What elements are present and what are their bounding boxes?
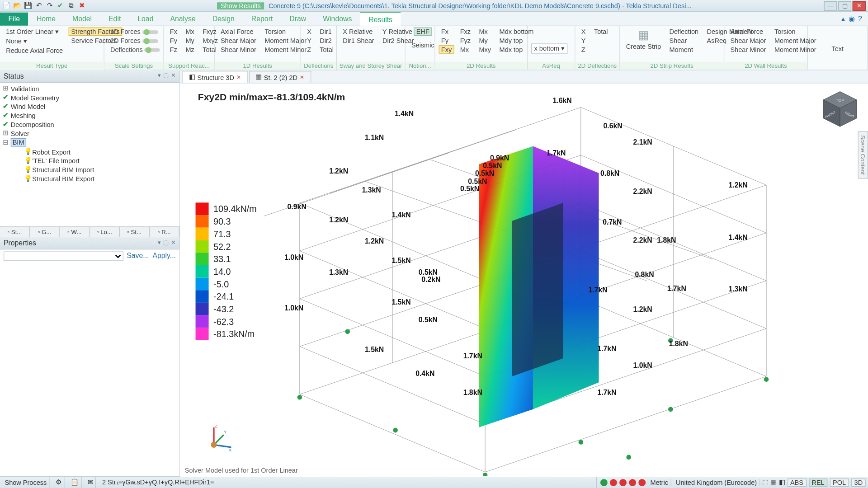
tree-node[interactable]: ⊞Solver <box>0 129 179 138</box>
close-tab-icon[interactable]: ✕ <box>236 74 241 80</box>
svg-point-16 <box>579 440 584 445</box>
panel-tab[interactable]: ▫ W... <box>60 227 90 237</box>
view-tab-3d[interactable]: ◧Structure 3D✕ <box>183 71 248 83</box>
tab-draw[interactable]: Draw <box>281 12 315 25</box>
ehf-button[interactable]: EHF <box>414 28 432 36</box>
canvas-3d[interactable]: Fxy2D min/max=-81.3/109.4kN/m <box>180 84 868 476</box>
ribbon-support-reactions: FxFyFz MxMyMz FxyzMxyzTotal Support Reac… <box>164 26 215 70</box>
structure-wireframe <box>180 84 868 476</box>
statusbar: Show Process ⚙ 📋 ✉ 2 Str₁=γGw,sD+γQ,I+γQ… <box>0 476 868 488</box>
panel-dropdown-icon[interactable]: ▾ <box>158 72 161 80</box>
save-icon[interactable]: 💾 <box>24 1 32 9</box>
status-err-icon <box>619 479 627 486</box>
sb-icon3[interactable]: ✉ <box>85 477 96 488</box>
save-button[interactable]: Save... <box>127 251 149 261</box>
scale-1d[interactable]: 1D Forces <box>108 28 163 36</box>
tab-windows[interactable]: Windows <box>315 12 360 25</box>
tree-node[interactable]: 💡Structural BIM Export <box>0 174 179 183</box>
tree-node[interactable]: ✔Meshing <box>0 111 179 120</box>
close-tab-icon[interactable]: ✕ <box>300 74 305 80</box>
status-tabs[interactable]: ▫ St...▫ G...▫ W...▫ Lo...▫ St...▫ R... <box>0 226 179 237</box>
units[interactable]: Metric <box>648 479 671 486</box>
panel-tab[interactable]: ▫ St... <box>120 227 150 237</box>
scene-content-button[interactable]: Scene Content <box>858 131 868 179</box>
maximize-button[interactable]: ▢ <box>838 1 851 10</box>
asreq-select[interactable]: x bottom ▾ <box>531 43 568 53</box>
properties-select[interactable] <box>4 251 123 261</box>
tab-edit[interactable]: Edit <box>100 12 129 25</box>
tree-node[interactable]: ⊟BIM <box>0 138 179 147</box>
ribbon-2d-strip: ▦Create Strip DeflectionShearMoment Desi… <box>620 26 724 70</box>
tab-analyse[interactable]: Analyse <box>162 12 204 25</box>
scale-defl[interactable]: Deflections <box>108 45 163 53</box>
mode-abs[interactable]: ABS <box>787 478 806 486</box>
prop-close-icon[interactable]: ✕ <box>171 239 176 247</box>
status-ok-icon <box>600 479 608 486</box>
check-icon[interactable]: ✔ <box>56 1 64 9</box>
loadcase-display[interactable]: 2 Str₁=γGw,sD+γQ,I+γQ,RI+EHFDir1= <box>100 477 597 488</box>
scale-2d[interactable]: 2D Forces <box>108 36 163 44</box>
ribbon-2d-deflections: XYZ Total 2D Deflections <box>576 26 620 70</box>
tab-design[interactable]: Design <box>204 12 243 25</box>
panel-tab[interactable]: ▫ G... <box>30 227 60 237</box>
tab-report[interactable]: Report <box>243 12 281 25</box>
svg-marker-12 <box>512 203 563 376</box>
sb-tool-icon[interactable]: ▦ <box>770 479 776 486</box>
fxy-active[interactable]: Fxy <box>439 45 454 53</box>
view-cube[interactable]: TOP FRONT RIGHT <box>819 88 861 130</box>
panel-tab[interactable]: ▫ R... <box>150 227 179 237</box>
region[interactable]: United Kingdom (Eurocode) <box>674 479 760 486</box>
help-up-icon[interactable]: ▴ <box>841 14 845 23</box>
none-select[interactable]: None ▾ <box>4 37 65 46</box>
new-icon[interactable]: 📄 <box>2 1 10 9</box>
apply-button[interactable]: Apply... <box>152 251 176 261</box>
tree-node[interactable]: 💡Structural BIM Import <box>0 165 179 174</box>
tab-model[interactable]: Model <box>64 12 100 25</box>
sb-icon2[interactable]: 📋 <box>68 477 82 488</box>
order-select[interactable]: 1st Order Linear ▾ <box>4 28 65 37</box>
help-icon[interactable]: ? <box>858 14 862 23</box>
panel-pin-icon[interactable]: ▢ <box>163 72 169 80</box>
minimize-button[interactable]: — <box>824 1 837 10</box>
tree-node[interactable]: ⊞Validation <box>0 84 179 93</box>
help-globe-icon[interactable]: ◉ <box>849 14 854 23</box>
prop-pin-icon[interactable]: ▢ <box>163 239 169 247</box>
viewport: ◧Structure 3D✕ ▦St. 2 (2) 2D✕ Fxy2D min/… <box>180 70 868 476</box>
mode-3d[interactable]: 3D <box>851 478 866 486</box>
undo-icon[interactable]: ↶ <box>34 1 42 9</box>
tree-node[interactable]: 💡'TEL' File Import <box>0 156 179 165</box>
mode-pol[interactable]: POL <box>830 478 849 486</box>
panel-close-icon[interactable]: ✕ <box>171 72 176 80</box>
sb-icon[interactable]: ⚙ <box>53 477 65 488</box>
reduce-axial[interactable]: Reduce Axial Force <box>4 47 65 55</box>
ribbon-sway: X RelativeDir1 Shear Y RelativeDir2 Shea… <box>337 26 406 70</box>
ribbon-result-type: 1st Order Linear ▾ None ▾ Reduce Axial F… <box>0 26 104 70</box>
tree-node[interactable]: ✔Wind Model <box>0 102 179 111</box>
mode-rel[interactable]: REL <box>809 478 827 486</box>
status-tree[interactable]: ⊞Validation✔Model Geometry✔Wind Model✔Me… <box>0 83 179 226</box>
tab-results[interactable]: Results <box>360 12 401 26</box>
tab-load[interactable]: Load <box>129 12 162 25</box>
redo-icon[interactable]: ↷ <box>45 1 53 9</box>
tree-node[interactable]: ✔Decomposition <box>0 120 179 129</box>
sb-tool-icon[interactable]: ⬚ <box>762 479 768 486</box>
prop-dropdown-icon[interactable]: ▾ <box>158 239 161 247</box>
menubar: File Home Model Edit Load Analyse Design… <box>0 12 868 26</box>
tree-node[interactable]: 💡Robot Export <box>0 147 179 156</box>
show-process[interactable]: Show Process <box>2 477 50 488</box>
copy-icon[interactable]: ⧉ <box>67 1 75 9</box>
tab-home[interactable]: Home <box>28 12 64 25</box>
sb-tool-icon[interactable]: ◧ <box>779 479 785 486</box>
svg-point-15 <box>483 473 488 476</box>
ribbon-deflections: XYZ Dir1Dir2Total Deflections <box>301 26 337 70</box>
panel-tab[interactable]: ▫ Lo... <box>90 227 119 237</box>
close-button[interactable]: ✕ <box>853 1 866 10</box>
open-icon[interactable]: 📂 <box>13 1 21 9</box>
panel-tab[interactable]: ▫ St... <box>0 227 30 237</box>
tab-file[interactable]: File <box>0 12 28 25</box>
create-strip-icon[interactable]: ▦ <box>638 28 649 42</box>
show-results-badge[interactable]: Show Results <box>217 2 264 9</box>
delete-icon[interactable]: ✖ <box>77 1 85 9</box>
tree-node[interactable]: ✔Model Geometry <box>0 93 179 102</box>
view-tab-2d[interactable]: ▦St. 2 (2) 2D✕ <box>249 71 311 83</box>
